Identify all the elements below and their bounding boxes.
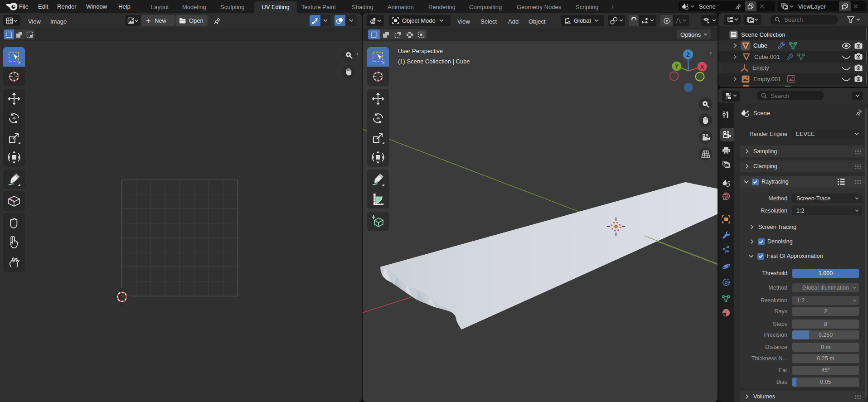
svg-text:Y: Y: [675, 63, 679, 70]
svg-text:Z: Z: [686, 51, 690, 58]
svg-text:X: X: [700, 64, 704, 70]
